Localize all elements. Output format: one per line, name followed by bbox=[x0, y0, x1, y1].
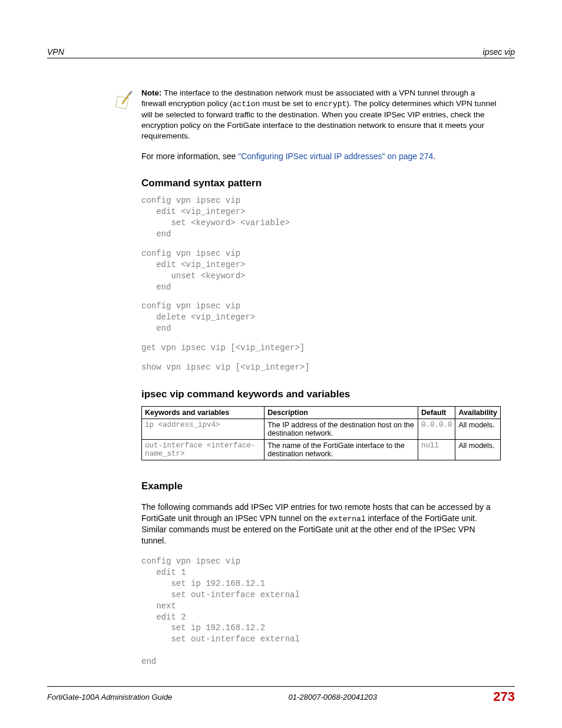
example-code-external: external bbox=[329, 515, 365, 523]
moreinfo-para: For more information, see "Configuring I… bbox=[141, 151, 501, 162]
example-para: The following commands add IPSec VIP ent… bbox=[141, 502, 501, 546]
header-left: VPN bbox=[47, 47, 64, 57]
syntax-block-2: config vpn ipsec vip edit <vip_integer> … bbox=[141, 248, 501, 293]
cell-avail: All models. bbox=[455, 439, 501, 460]
footer-left: FortiGate-100A Administration Guide bbox=[47, 693, 172, 701]
page-header: VPN ipsec vip bbox=[47, 47, 515, 58]
syntax-block-5: show vpn ipsec vip [<vip_integer>] bbox=[141, 362, 501, 373]
note-code-encrypt: encrypt bbox=[315, 100, 347, 108]
syntax-block-4: get vpn ipsec vip [<vip_integer>] bbox=[141, 342, 501, 354]
note-code-action: action bbox=[233, 100, 260, 108]
header-right: ipsec vip bbox=[483, 47, 515, 57]
note-text: Note: The interface to the destination n… bbox=[141, 88, 501, 141]
cell-desc: The name of the FortiGate interface to t… bbox=[265, 439, 418, 460]
moreinfo-link[interactable]: "Configuring IPSec virtual IP addresses"… bbox=[238, 151, 433, 161]
cell-kw: out-interface <interface-name_str> bbox=[142, 439, 265, 460]
example-heading: Example bbox=[141, 480, 501, 492]
cell-default: 0.0.0.0 bbox=[418, 419, 455, 439]
page-footer: FortiGate-100A Administration Guide 01-2… bbox=[47, 686, 515, 704]
cell-desc: The IP address of the destination host o… bbox=[265, 419, 418, 439]
keywords-table: Keywords and variables Description Defau… bbox=[141, 406, 501, 460]
table-heading: ipsec vip command keywords and variables bbox=[141, 388, 501, 400]
footer-mid: 01-28007-0068-20041203 bbox=[289, 693, 377, 701]
cell-default: null bbox=[418, 439, 455, 460]
table-header-row: Keywords and variables Description Defau… bbox=[142, 406, 501, 419]
note-icon bbox=[112, 90, 133, 111]
table-row: out-interface <interface-name_str> The n… bbox=[142, 439, 501, 460]
page-number: 273 bbox=[493, 689, 515, 704]
syntax-block-3: config vpn ipsec vip delete <vip_integer… bbox=[141, 301, 501, 334]
cell-avail: All models. bbox=[455, 419, 501, 439]
syntax-heading: Command syntax pattern bbox=[141, 177, 501, 189]
th-description: Description bbox=[265, 406, 418, 419]
th-keywords: Keywords and variables bbox=[142, 406, 265, 419]
example-code-block: config vpn ipsec vip edit 1 set ip 192.1… bbox=[141, 556, 501, 667]
th-availability: Availability bbox=[455, 406, 501, 419]
th-default: Default bbox=[418, 406, 455, 419]
note-block: Note: The interface to the destination n… bbox=[141, 88, 501, 141]
note-label: Note: bbox=[141, 88, 162, 97]
cell-kw: ip <address_ipv4> bbox=[142, 419, 265, 439]
table-row: ip <address_ipv4> The IP address of the … bbox=[142, 419, 501, 439]
syntax-block-1: config vpn ipsec vip edit <vip_integer> … bbox=[141, 195, 501, 240]
